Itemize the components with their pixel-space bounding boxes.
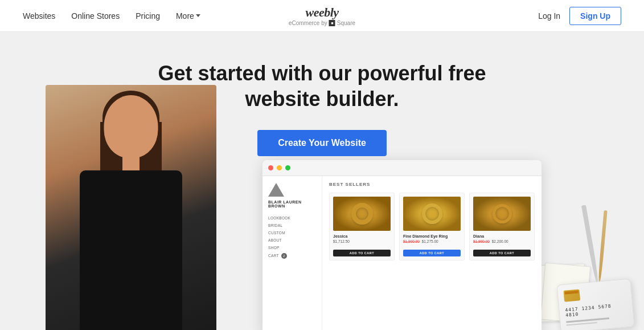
site-main: BEST SELLERS Jessica $1,712.50 ADD TO CA… [322, 176, 542, 330]
browser-mockup: BLAIR LAUREN BROWN LOOKBOOK BRIDAL CUSTO… [262, 160, 542, 330]
logo-subtitle: eCommerce by ■ Square [289, 20, 355, 26]
ring-shape-3 [493, 204, 512, 223]
credit-card-chip [563, 289, 580, 302]
site-logo-triangle [268, 183, 284, 197]
sketch-container: 4417 1234 5678 4810 [547, 205, 627, 319]
product-card-3: Diana $1,900.00 $2,200.00 ADD TO CART [469, 193, 535, 260]
person-neck [122, 154, 140, 172]
person-body [80, 170, 182, 330]
navbar: Websites Online Stores Pricing More weeb… [0, 0, 644, 32]
site-name: BLAIR LAUREN BROWN [268, 200, 316, 208]
credit-card-number: 4417 1234 5678 4810 [565, 302, 627, 317]
logo-area: weebly eCommerce by ■ Square [289, 5, 355, 26]
credit-card-signature-line [567, 322, 597, 326]
product-name-2: Fine Diamond Eye Ring [403, 234, 461, 238]
product-name-1: Jessica [333, 234, 391, 238]
product-image-3 [473, 197, 531, 231]
create-website-button[interactable]: Create Your Website [257, 130, 387, 156]
chip-line [565, 291, 579, 295]
best-sellers-title: BEST SELLERS [329, 182, 535, 187]
nav-link-online-stores[interactable]: Online Stores [71, 11, 120, 21]
add-to-cart-3[interactable]: ADD TO CART [473, 250, 531, 256]
site-sidebar: BLAIR LAUREN BROWN LOOKBOOK BRIDAL CUSTO… [262, 176, 322, 330]
weebly-logo: weebly [289, 5, 355, 20]
cart-badge: 2 [281, 253, 287, 259]
product-name-3: Diana [473, 234, 531, 238]
product-image-2 [403, 197, 461, 231]
window-dot-green [285, 165, 290, 170]
nav-link-pricing[interactable]: Pricing [136, 11, 160, 21]
window-dot-yellow [277, 165, 282, 170]
person-head [104, 95, 158, 158]
nav-link-more[interactable]: More [176, 11, 200, 21]
pencil-icon [597, 210, 607, 284]
product-price-old-3: $1,900.00 [473, 239, 490, 243]
menu-custom: CUSTOM [268, 231, 316, 235]
nav-link-websites[interactable]: Websites [23, 11, 55, 21]
sketch-items: 4417 1234 5678 4810 [547, 205, 627, 319]
add-to-cart-2[interactable]: ADD TO CART [403, 250, 461, 256]
menu-cart: CART 2 [268, 253, 316, 259]
menu-shop: SHOP [268, 246, 316, 250]
nav-auth: Log In Sign Up [538, 7, 621, 25]
login-button[interactable]: Log In [538, 11, 560, 21]
window-dot-red [268, 165, 273, 170]
menu-bridal: BRIDAL [268, 223, 316, 227]
square-icon: ■ [329, 20, 335, 26]
browser-bar [262, 160, 542, 176]
product-card-1: Jessica $1,712.50 ADD TO CART [329, 193, 395, 260]
product-price-3: $1,900.00 $2,200.00 [473, 239, 531, 243]
browser-content: BLAIR LAUREN BROWN LOOKBOOK BRIDAL CUSTO… [262, 176, 542, 330]
product-price-1: $1,712.50 [333, 239, 391, 243]
product-price-old-2: $1,900.00 [403, 239, 420, 243]
products-grid: Jessica $1,712.50 ADD TO CART Fine Diamo… [329, 193, 535, 260]
hero-section: Get started with our powerful free websi… [0, 32, 644, 330]
product-card-2: Fine Diamond Eye Ring $1,900.00 $1,275.0… [399, 193, 465, 260]
person-image [46, 85, 216, 330]
nav-links: Websites Online Stores Pricing More [23, 11, 200, 21]
menu-lookbook: LOOKBOOK [268, 216, 316, 220]
menu-about: ABOUT [268, 238, 316, 242]
credit-card-signature [566, 317, 609, 323]
credit-card: 4417 1234 5678 4810 [557, 278, 635, 330]
product-image-1 [333, 197, 391, 231]
add-to-cart-1[interactable]: ADD TO CART [333, 250, 391, 256]
chevron-down-icon [196, 14, 200, 17]
product-price-2: $1,900.00 $1,275.00 [403, 239, 461, 243]
ring-shape-2 [422, 203, 442, 224]
ring-shape-1 [351, 203, 373, 225]
signup-button[interactable]: Sign Up [569, 7, 621, 25]
